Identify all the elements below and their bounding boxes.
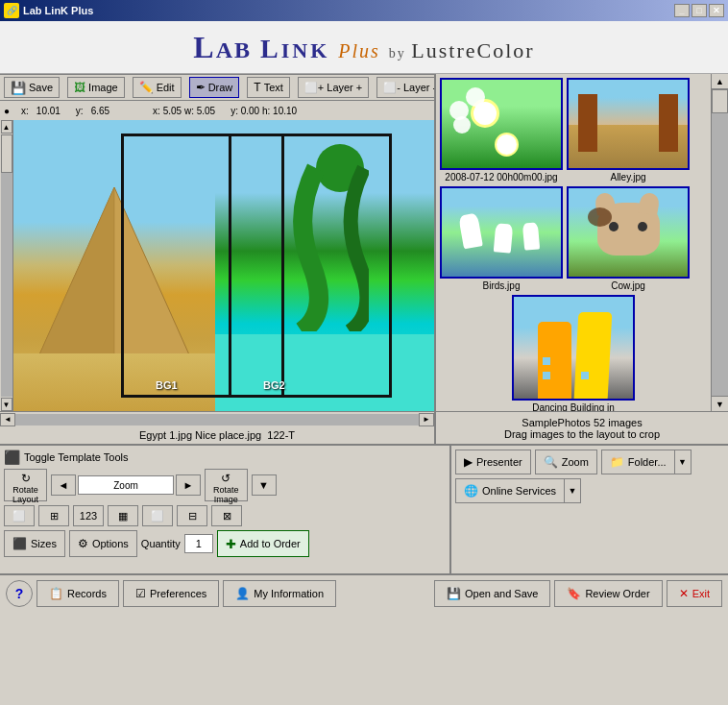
rotate-image-label-2: Image bbox=[214, 496, 238, 504]
svg-marker-1 bbox=[33, 187, 114, 370]
canvas-container[interactable]: ▲ ▼ bbox=[0, 120, 434, 411]
layout-icon-1[interactable]: ⬜ bbox=[4, 505, 35, 526]
folder-icon: 📁 bbox=[610, 455, 624, 469]
minimize-button[interactable]: _ bbox=[674, 4, 690, 17]
zoom-increase-button[interactable]: ► bbox=[176, 474, 201, 496]
gallery-scroll-thumb[interactable] bbox=[712, 89, 728, 113]
folder-dropdown: 📁 Folder... ▼ bbox=[601, 450, 692, 474]
rotate-layout-icon: ↻ bbox=[21, 472, 31, 485]
scroll-track bbox=[1, 134, 12, 397]
gallery-scroll-track bbox=[712, 89, 728, 396]
building-right bbox=[574, 312, 613, 399]
options-button[interactable]: ⚙ Options bbox=[69, 530, 137, 557]
window-controls[interactable]: _ □ ✕ bbox=[674, 4, 724, 17]
text-icon: T bbox=[254, 81, 260, 94]
gallery-item-dancing[interactable]: Dancing Building in Prague.jpg bbox=[440, 295, 707, 411]
exit-icon: ✕ bbox=[679, 587, 689, 600]
left-scrollbar[interactable]: ▲ ▼ bbox=[0, 120, 13, 411]
layer-minus-button[interactable]: ⬜- Layer - bbox=[376, 77, 443, 98]
online-services-row: 🌐 Online Services ▼ bbox=[455, 478, 724, 503]
flower-petal-3 bbox=[453, 116, 471, 134]
scroll-thumb[interactable] bbox=[1, 134, 12, 173]
review-order-button[interactable]: 🔖 Review Order bbox=[554, 580, 662, 607]
toggle-tools-row: ⬛ Toggle Template Tools bbox=[4, 450, 446, 465]
image-button[interactable]: 🖼 Image bbox=[67, 77, 125, 98]
zoom-decrease-button[interactable]: ◄ bbox=[51, 474, 76, 496]
gallery-scroll-down-button[interactable]: ▼ bbox=[712, 396, 728, 411]
close-button[interactable]: ✕ bbox=[709, 4, 724, 17]
x-value: 10.01 bbox=[36, 106, 61, 116]
layout-icon-4[interactable]: ▦ bbox=[108, 505, 138, 526]
quantity-input[interactable] bbox=[184, 534, 213, 553]
title-link: LINK bbox=[260, 34, 329, 63]
edit-button[interactable]: ✏️ Edit bbox=[133, 77, 182, 98]
draw-button[interactable]: ✒ Draw bbox=[189, 77, 240, 98]
exit-button[interactable]: ✕ Exit bbox=[667, 580, 722, 607]
y-value: 6.65 bbox=[91, 106, 109, 116]
layout-icon-6[interactable]: ⊟ bbox=[177, 505, 207, 526]
folder-button[interactable]: 📁 Folder... bbox=[601, 450, 674, 474]
online-services-button[interactable]: 🌐 Online Services bbox=[455, 478, 564, 503]
records-button[interactable]: 📋 Records bbox=[36, 580, 119, 607]
canvas[interactable]: BG1 BG2 bbox=[13, 120, 434, 411]
gallery-item-cow[interactable]: Cow.jpg bbox=[567, 186, 690, 291]
online-services-icon: 🌐 bbox=[464, 484, 478, 498]
gallery-scroll[interactable]: 2008-07-12 00h00m00.jpg Alley.jpg bbox=[436, 74, 711, 411]
sizes-button[interactable]: ⬛ Sizes bbox=[4, 530, 65, 557]
hscroll-left-button[interactable]: ◄ bbox=[0, 413, 15, 426]
flower-petal-1 bbox=[466, 87, 485, 107]
help-button[interactable]: ? bbox=[6, 580, 33, 607]
layer-minus-icon: ⬜- bbox=[383, 82, 400, 94]
canvas-rect-2[interactable] bbox=[229, 134, 392, 398]
gallery-scroll-up-button[interactable]: ▲ bbox=[712, 74, 728, 89]
my-information-button[interactable]: 👤 My Information bbox=[223, 580, 336, 607]
add-to-order-button[interactable]: ✚ Add to Order bbox=[217, 530, 309, 557]
thumb-flowers-label: 2008-07-12 00h00m00.jpg bbox=[445, 172, 557, 182]
rotate-layout-label-2: Layout bbox=[12, 496, 38, 504]
gallery-scrollbar[interactable]: ▲ ▼ bbox=[711, 74, 728, 411]
edit-icon: ✏️ bbox=[139, 81, 154, 94]
zoom-button[interactable]: 🔍 Zoom bbox=[535, 450, 597, 474]
title-bar: 🔗 Lab LinK Plus _ □ ✕ bbox=[0, 0, 728, 21]
gallery-item-alley[interactable]: Alley.jpg bbox=[567, 78, 690, 182]
flower-2 bbox=[495, 133, 519, 157]
layout-icon-7[interactable]: ⊠ bbox=[211, 505, 242, 526]
online-services-dropdown: 🌐 Online Services ▼ bbox=[455, 478, 581, 503]
app-icon: 🔗 bbox=[4, 3, 19, 18]
bottom-right-controls: ▶ Presenter 🔍 Zoom 📁 Folder... ▼ 🌐 Onlin bbox=[449, 446, 728, 573]
online-services-dropdown-button[interactable]: ▼ bbox=[564, 478, 581, 503]
maximize-button[interactable]: □ bbox=[692, 4, 707, 17]
layer-plus-icon: ⬜+ bbox=[304, 82, 324, 94]
cow-eye2 bbox=[638, 222, 647, 231]
folder-dropdown-button[interactable]: ▼ bbox=[674, 450, 692, 474]
thumb-birds-label: Birds.jpg bbox=[483, 280, 521, 291]
layout-icon-3[interactable]: 123 bbox=[73, 505, 104, 526]
gallery-item-flowers[interactable]: 2008-07-12 00h00m00.jpg bbox=[440, 78, 563, 182]
open-and-save-button[interactable]: 💾 Open and Save bbox=[434, 580, 550, 607]
window-1 bbox=[543, 372, 550, 379]
window-3 bbox=[581, 372, 589, 379]
rotate-image-button[interactable]: ↺ Rotate Image bbox=[205, 469, 248, 501]
gallery-item-birds[interactable]: Birds.jpg bbox=[440, 186, 563, 291]
text-button[interactable]: T Text bbox=[247, 77, 290, 98]
save-button[interactable]: 💾 Save bbox=[4, 77, 60, 98]
presenter-button[interactable]: ▶ Presenter bbox=[455, 450, 531, 474]
canvas-hscrollbar[interactable]: ◄ ► bbox=[0, 411, 434, 426]
preferences-button[interactable]: ☑ Preferences bbox=[123, 580, 219, 607]
zoom-control: ◄ Zoom ► bbox=[51, 474, 201, 496]
bird-3 bbox=[522, 222, 540, 250]
information-icon: 👤 bbox=[235, 587, 250, 600]
scroll-up-button[interactable]: ▲ bbox=[1, 120, 12, 134]
layout-icon-5[interactable]: ⬜ bbox=[142, 505, 173, 526]
controls-row-1: ↻ Rotate Layout ◄ Zoom ► ↺ Rotate Image … bbox=[4, 469, 446, 501]
scroll-down-button[interactable]: ▼ bbox=[1, 398, 12, 411]
add-to-order-label: Add to Order bbox=[240, 538, 301, 549]
rotate-image-label-1: Rotate bbox=[213, 486, 239, 495]
hscroll-right-button[interactable]: ► bbox=[419, 413, 434, 426]
layer-plus-button[interactable]: ⬜+ Layer + bbox=[298, 77, 369, 98]
rotate-image-icon: ↺ bbox=[221, 472, 231, 485]
layout-icon-2[interactable]: ⊞ bbox=[38, 505, 69, 526]
more-options-button[interactable]: ▼ bbox=[252, 474, 277, 496]
canvas-label-bg1: BG1 bbox=[156, 379, 178, 391]
rotate-layout-button[interactable]: ↻ Rotate Layout bbox=[4, 469, 47, 501]
